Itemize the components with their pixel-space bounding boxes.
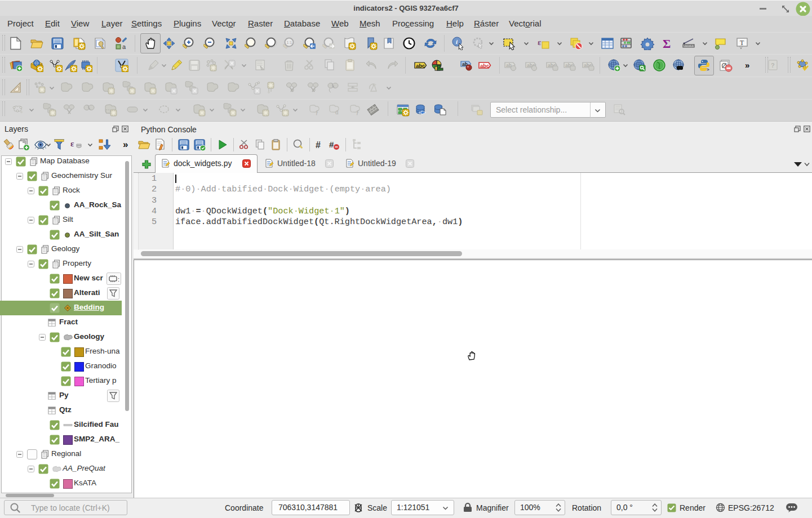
svg-text:ε: ε <box>538 38 542 47</box>
svg-text:>: > <box>707 67 709 72</box>
svg-text:abc: abc <box>480 62 489 69</box>
svg-text::: : <box>118 276 119 283</box>
svg-text:1:1: 1:1 <box>287 41 292 44</box>
svg-text:ε: ε <box>70 139 74 148</box>
svg-text:Σ: Σ <box>663 37 671 50</box>
svg-text:?: ? <box>771 62 775 69</box>
svg-text:ƒ: ƒ <box>316 109 319 115</box>
svg-text:d: d <box>335 109 339 115</box>
svg-text:#: # <box>329 140 334 149</box>
svg-text:a: a <box>122 43 126 50</box>
svg-text:ƒ: ƒ <box>356 109 360 115</box>
svg-text:T: T <box>740 39 744 47</box>
svg-text:abc: abc <box>416 62 425 69</box>
svg-text:#: # <box>316 140 321 150</box>
